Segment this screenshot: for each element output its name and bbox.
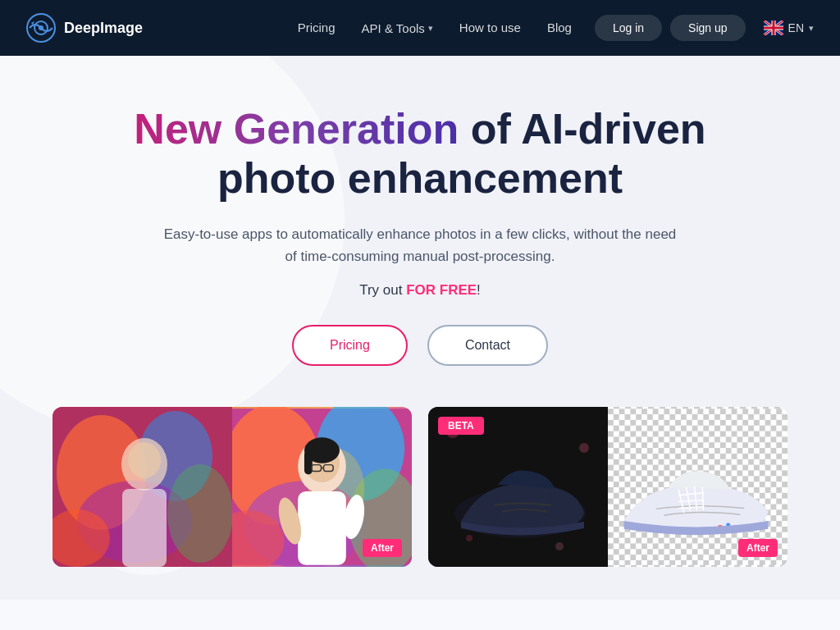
api-chevron-icon: ▾ xyxy=(428,23,433,34)
nav-link-blog[interactable]: Blog xyxy=(547,21,572,34)
card1-after: After xyxy=(232,407,412,567)
hero-contact-button[interactable]: Contact xyxy=(427,325,548,366)
language-code: EN xyxy=(788,21,804,34)
showcase-card-1: After xyxy=(52,407,412,567)
nav-link-api[interactable]: API & Tools ▾ xyxy=(362,21,433,35)
svg-point-35 xyxy=(466,535,472,541)
login-button[interactable]: Log in xyxy=(595,15,662,41)
nav-buttons: Log in Sign up EN ▾ xyxy=(595,15,814,41)
svg-point-33 xyxy=(579,443,589,453)
signup-button[interactable]: Sign up xyxy=(670,15,745,41)
svg-point-12 xyxy=(128,442,161,478)
nav-item-blog[interactable]: Blog xyxy=(547,21,572,35)
hero-section: New Generation of AI-drivenphoto enhance… xyxy=(0,56,840,600)
nav-item-api[interactable]: API & Tools ▾ xyxy=(362,21,433,35)
hero-free-text: FOR FREE xyxy=(406,282,477,298)
card2-beta-badge: BETA xyxy=(438,417,484,435)
hero-pricing-button[interactable]: Pricing xyxy=(292,325,408,366)
nav-link-how-to-use[interactable]: How to use xyxy=(459,21,521,34)
card1-before-image xyxy=(52,407,236,567)
svg-rect-24 xyxy=(304,450,313,474)
showcase-card-2: BETA xyxy=(428,407,788,567)
svg-rect-11 xyxy=(122,489,167,567)
card2-after-badge: After xyxy=(738,539,778,557)
logo-icon xyxy=(26,13,56,43)
svg-point-34 xyxy=(555,542,564,550)
hero-headline: New Generation of AI-drivenphoto enhance… xyxy=(16,105,824,203)
card1-after-badge: After xyxy=(363,539,402,557)
language-selector[interactable]: EN ▾ xyxy=(764,21,814,35)
logo-text: DeepImage xyxy=(64,20,143,37)
hero-subtitle: Easy-to-use apps to automatically enhanc… xyxy=(158,223,682,267)
nav-item-how-to-use[interactable]: How to use xyxy=(459,21,521,35)
language-chevron-icon: ▾ xyxy=(809,23,814,34)
nav-item-pricing[interactable]: Pricing xyxy=(298,21,336,35)
hero-buttons: Pricing Contact xyxy=(16,325,824,366)
svg-point-2 xyxy=(39,25,43,30)
navbar: DeepImage Pricing API & Tools ▾ How to u… xyxy=(0,0,840,56)
card2-after: After xyxy=(608,407,788,567)
svg-point-8 xyxy=(167,464,233,563)
hero-headline-gradient: New Generation xyxy=(134,105,459,153)
nav-links: Pricing API & Tools ▾ How to use Blog xyxy=(298,21,572,35)
showcase-section: After BETA xyxy=(16,407,824,567)
logo-link[interactable]: DeepImage xyxy=(26,13,143,43)
hero-content: New Generation of AI-drivenphoto enhance… xyxy=(16,105,824,366)
hero-try-text: Try out FOR FREE! xyxy=(16,282,824,299)
svg-rect-21 xyxy=(298,491,346,565)
card1-before xyxy=(52,407,232,567)
flag-uk-icon xyxy=(764,21,783,35)
nav-link-pricing[interactable]: Pricing xyxy=(298,21,336,34)
